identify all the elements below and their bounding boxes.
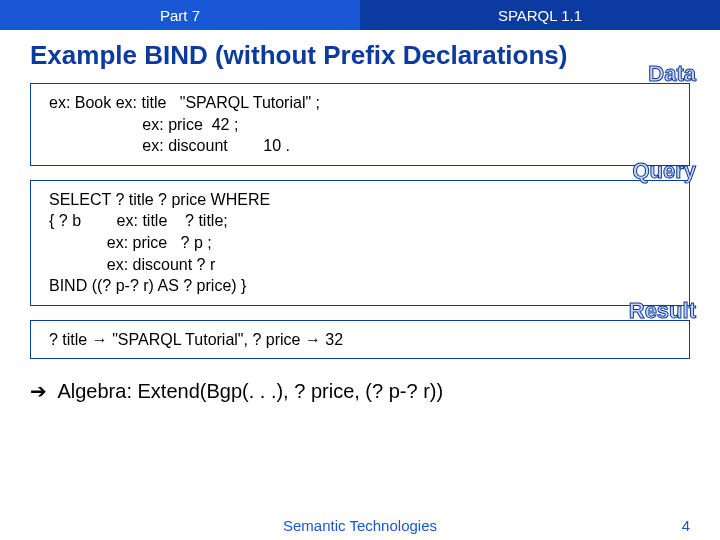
result-box: ? title → "SPARQL Tutorial", ? price → 3… (30, 320, 690, 360)
result-label: Result (629, 298, 696, 324)
topbar-left: Part 7 (0, 0, 360, 30)
data-box-area: Data ex: Book ex: title "SPARQL Tutorial… (30, 83, 690, 166)
arrow-right-icon: ➔ (30, 380, 53, 402)
algebra-line: ➔ Algebra: Extend(Bgp(. . .), ? price, (… (0, 373, 720, 403)
title-prefix: Example (30, 40, 144, 70)
page-number: 4 (682, 517, 690, 534)
top-bar: Part 7 SPARQL 1.1 (0, 0, 720, 30)
data-box: ex: Book ex: title "SPARQL Tutorial" ; e… (30, 83, 690, 166)
footer-text: Semantic Technologies (0, 517, 720, 534)
title-suffix: (without Prefix Declarations) (208, 40, 568, 70)
algebra-text: Algebra: Extend(Bgp(. . .), ? price, (? … (53, 380, 443, 402)
topbar-right: SPARQL 1.1 (360, 0, 720, 30)
title-keyword: BIND (144, 40, 208, 70)
data-label: Data (648, 61, 696, 87)
query-box-area: Query SELECT ? title ? price WHERE { ? b… (30, 180, 690, 306)
slide-title: Example BIND (without Prefix Declaration… (0, 30, 720, 77)
query-box: SELECT ? title ? price WHERE { ? b ex: t… (30, 180, 690, 306)
query-label: Query (632, 158, 696, 184)
result-box-area: Result ? title → "SPARQL Tutorial", ? pr… (30, 320, 690, 360)
